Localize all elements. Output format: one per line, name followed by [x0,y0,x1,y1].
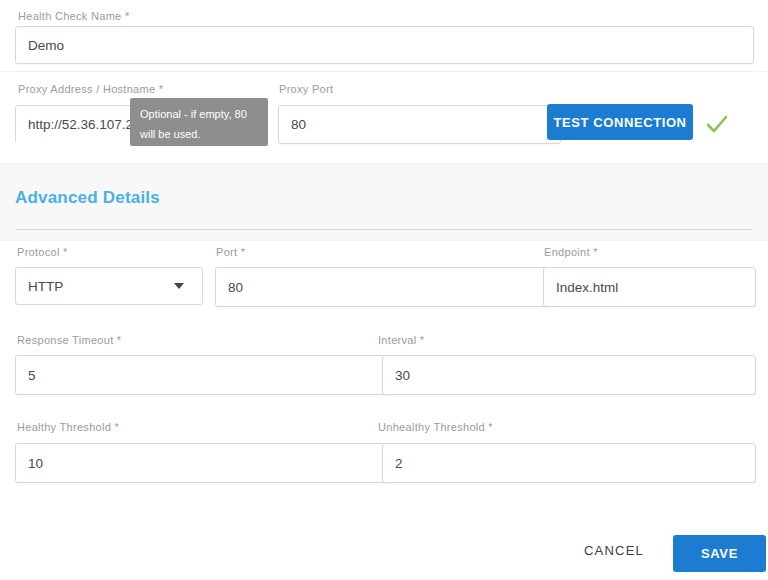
response-timeout-input[interactable] [15,355,389,395]
unhealthy-threshold-label: Unhealthy Threshold * [378,421,493,433]
advanced-details-heading: Advanced Details [15,188,160,208]
chevron-down-icon [174,283,184,289]
port-input[interactable] [215,267,556,307]
interval-label: Interval * [378,334,424,346]
healthy-threshold-input[interactable] [15,443,389,483]
endpoint-input[interactable] [543,267,756,307]
response-timeout-label: Response Timeout * [17,334,121,346]
cancel-button[interactable]: CANCEL [578,542,650,559]
save-button[interactable]: SAVE [673,535,766,572]
protocol-label: Protocol * [17,246,68,258]
protocol-select[interactable]: HTTP [15,267,203,305]
proxy-address-label: Proxy Address / Hostname * [18,83,163,95]
health-check-name-label: Health Check Name * [18,10,129,22]
check-icon [703,110,731,138]
health-check-name-input[interactable] [15,26,754,64]
port-label: Port * [216,246,245,258]
endpoint-label: Endpoint * [544,246,598,258]
healthy-threshold-label: Healthy Threshold * [17,421,119,433]
test-connection-button[interactable]: TEST CONNECTION [547,104,693,140]
proxy-port-input[interactable] [278,105,561,144]
protocol-selected-value: HTTP [28,279,63,294]
proxy-port-label: Proxy Port [279,83,333,95]
proxy-port-tooltip: Optional - if empty, 80 will be used. [130,98,268,146]
section-divider [0,71,768,72]
advanced-details-divider [15,229,753,230]
unhealthy-threshold-input[interactable] [382,443,756,483]
interval-input[interactable] [382,355,756,395]
